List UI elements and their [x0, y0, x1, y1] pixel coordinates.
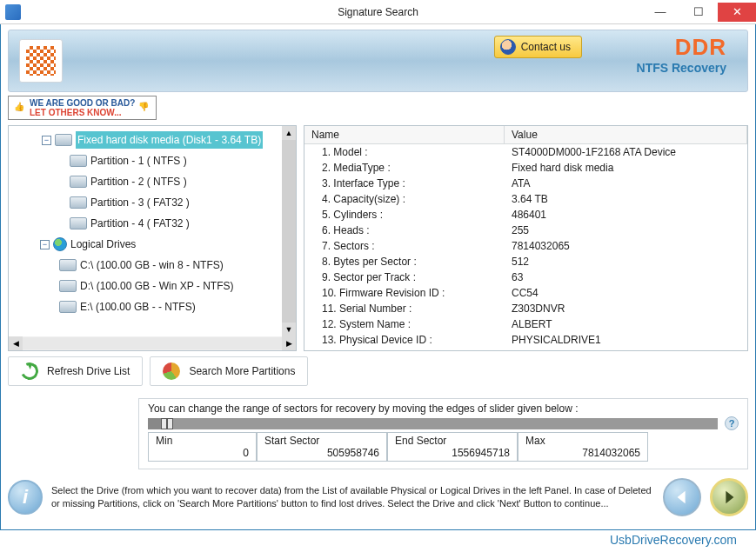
property-value: CC54	[505, 287, 747, 299]
collapse-icon[interactable]: −	[42, 136, 51, 145]
refresh-drive-list-button[interactable]: Refresh Drive List	[8, 356, 143, 386]
tree-logical-label: C:\ (100.00 GB - win 8 - NTFS)	[80, 256, 224, 274]
property-value: Z303DNVR	[505, 303, 747, 315]
tree-vertical-scrollbar[interactable]: ▲▼	[282, 126, 296, 336]
search-more-partitions-button[interactable]: Search More Partitions	[150, 356, 308, 386]
tree-logical-label: E:\ (100.00 GB - - NTFS)	[80, 298, 196, 316]
property-row[interactable]: 13. Physical Device ID :PHYSICALDRIVE1	[304, 332, 747, 348]
properties-table: Name Value 1. Model :ST4000DM000-1F2168 …	[304, 125, 748, 351]
tree-partition-label: Partition - 3 ( FAT32 )	[90, 194, 190, 211]
property-name: 13. Physical Device ID :	[304, 334, 505, 346]
tree-partition-row[interactable]: Partition - 4 ( FAT32 )	[9, 213, 296, 234]
property-value: 3.64 TB	[505, 193, 747, 205]
property-row[interactable]: 10. Firmware Revision ID :CC54	[304, 285, 747, 301]
property-row[interactable]: 12. System Name :ALBERT	[304, 316, 747, 332]
contact-us-button[interactable]: Contact us	[494, 36, 582, 58]
property-name: 1. Model :	[304, 146, 505, 158]
property-value: 512	[505, 256, 747, 268]
slider-handle-left[interactable]	[161, 418, 167, 429]
drive-icon	[59, 301, 77, 313]
col-name-header[interactable]: Name	[304, 126, 505, 143]
property-row[interactable]: 5. Cylinders :486401	[304, 207, 747, 223]
scroll-down-icon[interactable]: ▼	[282, 323, 296, 336]
property-name: 11. Serial Number :	[304, 303, 505, 315]
tree-partition-label: Partition - 4 ( FAT32 )	[90, 215, 190, 232]
footer-instructions: Select the Drive (from which you want to…	[51, 484, 654, 510]
property-row[interactable]: 7. Sectors :7814032065	[304, 238, 747, 254]
refresh-label: Refresh Drive List	[47, 365, 130, 377]
contact-label: Contact us	[521, 41, 571, 53]
tree-partition-row[interactable]: Partition - 3 ( FAT32 )	[9, 192, 296, 213]
feedback-line1: WE ARE GOOD OR BAD?	[30, 98, 135, 108]
property-value: 63	[505, 271, 747, 283]
property-value: 255	[505, 224, 747, 236]
help-icon[interactable]: ?	[725, 416, 739, 430]
next-button[interactable]	[710, 478, 748, 516]
app-icon	[5, 4, 21, 20]
property-value: ALBERT	[505, 318, 747, 330]
min-sector-cell: Min0	[148, 432, 257, 462]
property-row[interactable]: 8. Bytes per Sector :512	[304, 254, 747, 269]
sector-range-panel: You can change the range of sectors for …	[138, 398, 748, 469]
property-name: 3. Interface Type :	[304, 177, 505, 190]
partition-icon	[70, 155, 87, 167]
property-name: 4. Capacity(size) :	[304, 193, 505, 205]
tree-logical-row[interactable]: C:\ (100.00 GB - win 8 - NTFS)	[9, 255, 296, 276]
brand-name: DDR	[637, 34, 726, 61]
drive-icon	[59, 280, 77, 292]
previous-button[interactable]	[663, 478, 701, 516]
tree-partition-label: Partition - 1 ( NTFS )	[90, 152, 187, 170]
minimize-button[interactable]: —	[641, 3, 679, 22]
property-value: 486401	[505, 209, 747, 221]
site-link[interactable]: UsbDriveRecovery.com	[0, 530, 756, 547]
tree-logical-row[interactable]: E:\ (100.00 GB - - NTFS)	[9, 296, 296, 317]
properties-header: Name Value	[304, 126, 747, 144]
tree-partition-row[interactable]: Partition - 2 ( NTFS )	[9, 171, 296, 192]
globe-icon	[53, 237, 67, 251]
property-name: 2. MediaType :	[304, 162, 505, 174]
property-row[interactable]: 11. Serial Number :Z303DNVR	[304, 301, 747, 316]
feedback-bar: 👍 WE ARE GOOD OR BAD? LET OTHERS KNOW...…	[8, 96, 748, 120]
scroll-right-icon[interactable]: ▶	[282, 336, 296, 350]
tree-root-row[interactable]: − Fixed hard disk media (Disk1 - 3.64 TB…	[9, 130, 296, 150]
property-name: 5. Cylinders :	[304, 209, 505, 221]
property-row[interactable]: 3. Interface Type :ATA	[304, 176, 747, 191]
property-row[interactable]: 2. MediaType :Fixed hard disk media	[304, 160, 747, 176]
start-sector-cell: Start Sector505958746	[257, 432, 387, 462]
tree-root-label: Fixed hard disk media (Disk1 - 3.64 TB)	[76, 131, 263, 149]
property-value: Fixed hard disk media	[505, 162, 747, 174]
brand-block: DDR NTFS Recovery	[637, 34, 726, 75]
thumbs-down-icon: 👎	[138, 102, 151, 114]
scroll-up-icon[interactable]: ▲	[282, 126, 296, 140]
collapse-icon[interactable]: −	[40, 240, 50, 249]
end-sector-cell: End Sector1556945718	[387, 432, 518, 462]
slider-handle-right[interactable]	[167, 418, 173, 429]
sector-range-slider[interactable]	[148, 418, 718, 429]
scroll-left-icon[interactable]: ◀	[9, 336, 23, 350]
tree-logical-row[interactable]: D:\ (100.00 GB - Win XP - NTFS)	[9, 276, 296, 296]
property-value: PHYSICALDRIVE1	[505, 334, 747, 346]
partition-icon	[70, 176, 87, 188]
brand-subtitle: NTFS Recovery	[637, 61, 726, 75]
tree-horizontal-scrollbar[interactable]: ◀▶	[9, 336, 296, 350]
property-row[interactable]: 4. Capacity(size) :3.64 TB	[304, 191, 747, 207]
col-value-header[interactable]: Value	[505, 126, 747, 143]
person-icon	[500, 39, 516, 55]
property-value: ATA	[505, 177, 747, 190]
property-name: 12. System Name :	[304, 318, 505, 330]
tree-logical-header-row[interactable]: − Logical Drives	[9, 234, 296, 255]
refresh-icon	[18, 360, 41, 382]
maximize-button[interactable]: ☐	[679, 3, 718, 22]
thumbs-up-icon: 👍	[14, 102, 26, 114]
property-name: 6. Heads :	[304, 224, 505, 236]
close-button[interactable]: ✕	[718, 3, 756, 22]
property-row[interactable]: 6. Heads :255	[304, 223, 747, 238]
tree-partition-row[interactable]: Partition - 1 ( NTFS )	[9, 150, 296, 171]
property-row[interactable]: 9. Sector per Track :63	[304, 269, 747, 285]
search-more-label: Search More Partitions	[189, 365, 295, 377]
property-row[interactable]: 1. Model :ST4000DM000-1F2168 ATA Device	[304, 144, 747, 160]
header-banner: Contact us DDR NTFS Recovery	[8, 30, 748, 92]
feedback-button[interactable]: 👍 WE ARE GOOD OR BAD? LET OTHERS KNOW...…	[8, 96, 157, 120]
partition-icon	[70, 217, 87, 229]
hard-disk-icon	[55, 134, 72, 146]
